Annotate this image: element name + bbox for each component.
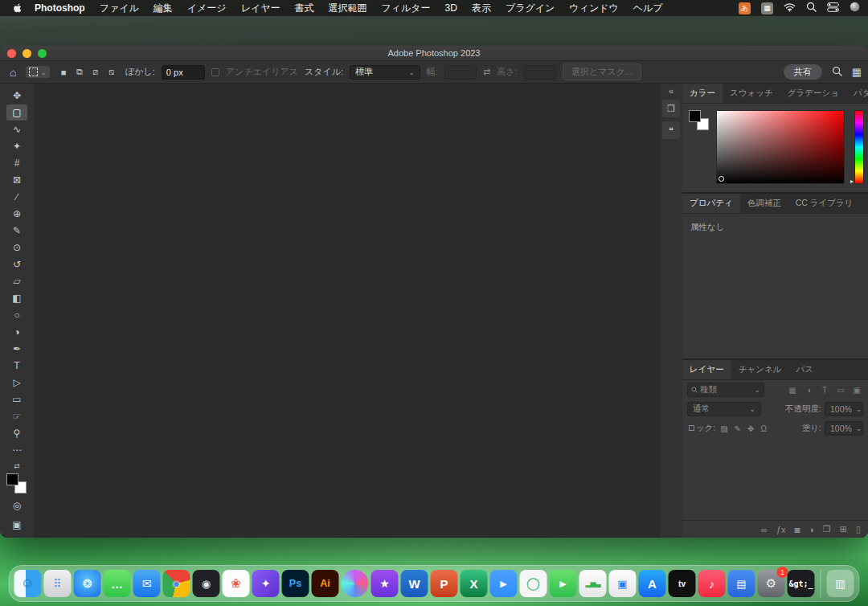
control-center-icon[interactable] — [827, 2, 839, 14]
eraser-tool[interactable]: ▱ — [6, 273, 27, 289]
fill-input[interactable]: 100% ⌄ — [825, 421, 863, 436]
color-picker-dot[interactable] — [719, 176, 724, 182]
pen-tool[interactable]: ✒ — [6, 341, 27, 357]
select-and-mask-button[interactable]: 選択とマスク... — [563, 63, 641, 80]
dock-excel[interactable]: X — [461, 570, 488, 597]
dock-launchpad[interactable]: ⠿ — [44, 570, 72, 597]
new-selection-button[interactable]: ■ — [56, 65, 71, 80]
dock-finder[interactable]: ☺ — [14, 570, 42, 597]
tab-properties[interactable]: プロパティ — [682, 194, 740, 213]
move-tool[interactable]: ✥ — [6, 88, 27, 104]
edit-toolbar-button[interactable]: ⋯ — [6, 442, 27, 458]
zoom-tool[interactable]: ⚲ — [6, 425, 27, 441]
share-button[interactable]: 共有 — [784, 64, 822, 80]
color-field[interactable] — [716, 110, 845, 184]
canvas-area[interactable] — [34, 84, 660, 538]
spot-healing-brush-tool[interactable]: ⊕ — [6, 206, 27, 222]
dock-imovie[interactable]: ★ — [371, 570, 399, 597]
minimize-button[interactable] — [23, 49, 31, 58]
style-select[interactable]: 標準 ⌄ — [350, 65, 420, 80]
wifi-icon[interactable] — [784, 2, 796, 14]
new-layer-icon[interactable]: ⊞ — [840, 524, 847, 534]
menu-filter[interactable]: フィルター — [374, 2, 437, 15]
eyedropper-tool[interactable]: ∕ — [6, 189, 27, 205]
dock-mail[interactable]: ✉ — [133, 570, 161, 597]
workspace-switcher-icon[interactable]: ▦ — [852, 66, 862, 78]
panel-color-swatches[interactable] — [689, 110, 710, 131]
expand-panels-chevron-icon[interactable]: « — [669, 86, 674, 96]
dock-webex[interactable]: ◯ — [520, 570, 547, 597]
dock-final-cut-pro[interactable] — [342, 570, 369, 597]
dock-music[interactable]: ♪ — [698, 570, 726, 597]
dock-books[interactable]: ▤ — [728, 570, 755, 597]
filter-smart-objects-icon[interactable]: ▣ — [850, 383, 863, 396]
menu-window[interactable]: ウィンドウ — [562, 2, 625, 15]
apple-menu[interactable] — [8, 2, 27, 14]
lock-all-icon[interactable]: Ω — [759, 424, 768, 433]
dock-powerpoint[interactable]: P — [431, 570, 458, 597]
history-brush-tool[interactable]: ↺ — [6, 256, 27, 272]
dock-numbers[interactable]: ▂▅▃ — [579, 570, 607, 597]
window-title-bar[interactable]: Adobe Photoshop 2023 — [0, 46, 868, 61]
input-source-badge[interactable]: あ — [739, 2, 751, 14]
foreground-color-swatch[interactable] — [6, 473, 18, 485]
crop-tool[interactable]: # — [6, 155, 27, 171]
clone-stamp-tool[interactable]: ⊙ — [6, 240, 27, 256]
menu-layer[interactable]: レイヤー — [234, 2, 288, 15]
dock-zoom[interactable]: ▶ — [490, 570, 518, 597]
dock-keynote[interactable]: ▣ — [609, 570, 637, 597]
blend-mode-select[interactable]: 通常 ⌄ — [687, 402, 761, 416]
tab-layers[interactable]: レイヤー — [682, 360, 731, 379]
hue-slider[interactable] — [854, 110, 864, 184]
search-icon[interactable] — [806, 2, 817, 14]
hand-tool[interactable]: ☞ — [6, 408, 27, 424]
tool-preset-picker[interactable]: ⌄ — [26, 66, 50, 78]
menu-file[interactable]: ファイル — [92, 2, 146, 15]
link-layers-icon[interactable]: ∞ — [761, 525, 768, 534]
subtract-from-selection-button[interactable]: ⧄ — [88, 65, 103, 80]
lock-position-icon[interactable]: ✥ — [746, 424, 755, 433]
dock-app-store[interactable]: A — [639, 570, 666, 597]
filter-pixel-layers-icon[interactable]: ▦ — [786, 383, 799, 396]
libraries-panel-icon[interactable]: ❒ — [662, 100, 680, 117]
tab-paths[interactable]: パス — [788, 360, 821, 379]
add-to-selection-button[interactable]: ⧉ — [72, 65, 87, 80]
layer-mask-icon[interactable]: ◙ — [795, 525, 800, 534]
siri-icon[interactable] — [850, 2, 860, 14]
zoom-button[interactable] — [38, 49, 47, 58]
layer-filter-select[interactable]: 種類 ⌄ — [687, 383, 764, 397]
lasso-tool[interactable]: ∿ — [6, 121, 27, 137]
opacity-input[interactable]: 100% ⌄ — [825, 402, 863, 416]
type-tool[interactable]: T — [6, 358, 27, 374]
tab-patterns[interactable]: パターン — [846, 84, 868, 103]
foreground-color-swatch[interactable] — [689, 110, 701, 122]
dock-word[interactable]: W — [401, 570, 428, 597]
menu-select[interactable]: 選択範囲 — [321, 2, 374, 15]
search-icon[interactable] — [832, 66, 842, 78]
dock-photoshop[interactable]: Ps — [282, 570, 309, 597]
status-grid-icon[interactable]: ▦ — [761, 2, 773, 14]
swap-colors-icon[interactable]: ⇄ — [14, 462, 20, 470]
menu-3d[interactable]: 3D — [438, 2, 465, 14]
dock-terminal[interactable]: &gt;_ — [788, 570, 815, 597]
menu-plugins[interactable]: プラグイン — [498, 2, 562, 15]
menu-help[interactable]: ヘルプ — [626, 2, 670, 15]
menu-type[interactable]: 書式 — [287, 2, 321, 15]
dock-messages[interactable]: … — [104, 570, 131, 597]
swap-dimensions-icon[interactable]: ⇄ — [483, 67, 490, 77]
filter-shape-layers-icon[interactable]: ▭ — [834, 383, 847, 396]
feather-input[interactable]: 0 px — [162, 65, 205, 80]
blur-tool[interactable]: ○ — [6, 307, 27, 323]
dock-photos[interactable]: ❀ — [223, 570, 250, 597]
dock-apple-tv[interactable]: tv — [669, 570, 696, 597]
antialias-checkbox[interactable] — [211, 68, 219, 76]
dock-safari[interactable]: ❂ — [74, 570, 101, 597]
rectangle-tool[interactable]: ▭ — [6, 391, 27, 407]
brush-tool[interactable]: ✎ — [6, 223, 27, 239]
path-selection-tool[interactable]: ▷ — [6, 375, 27, 391]
filter-adjustment-layers-icon[interactable]: ◑ — [802, 383, 815, 396]
lock-transparent-pixels-icon[interactable]: ▨ — [719, 424, 729, 433]
dock-chrome[interactable]: ● — [163, 570, 190, 597]
tab-adjustments[interactable]: 色調補正 — [740, 194, 788, 213]
dock-photo-booth[interactable]: ◉ — [193, 570, 220, 597]
